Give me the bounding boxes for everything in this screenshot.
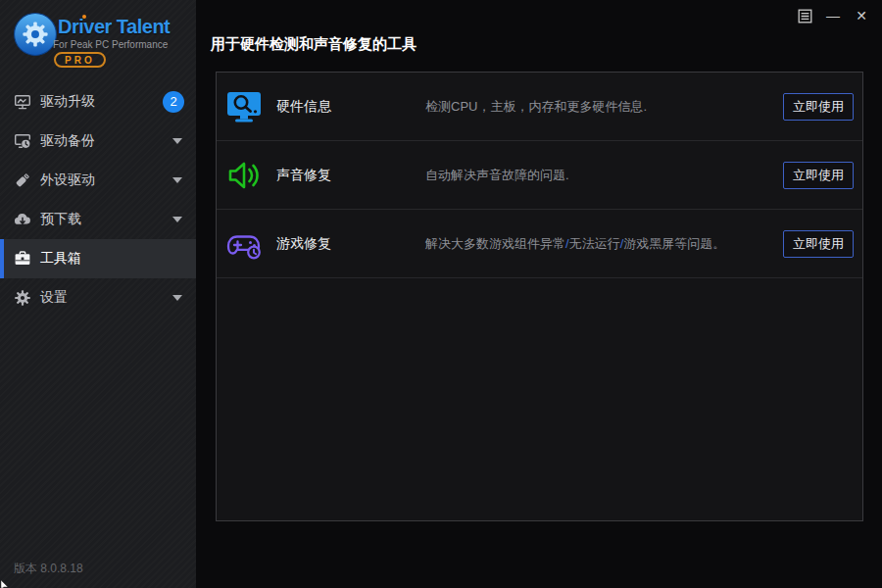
minimize-icon: — [826, 8, 840, 24]
menu-button[interactable] [797, 8, 812, 24]
tool-name: 硬件信息 [276, 98, 425, 116]
sidebar-item-settings[interactable]: 设置 [0, 278, 196, 318]
sidebar-item-label: 工具箱 [40, 250, 81, 268]
usb-drive-icon [14, 172, 31, 189]
tools-panel: 硬件信息 检测CPU，主板，内存和更多硬件信息. 立即使用 声音修复 自动解决声… [216, 72, 863, 521]
caret-down-icon [172, 138, 182, 144]
tool-row-sound-repair: 声音修复 自动解决声音故障的问题. 立即使用 [217, 141, 862, 210]
sidebar-item-driver-update[interactable]: 驱动升级 2 [0, 82, 196, 122]
caret-down-icon [172, 295, 182, 301]
sidebar-item-driver-backup[interactable]: 驱动备份 [0, 122, 196, 161]
monitor-clock-icon [14, 132, 31, 150]
minimize-button[interactable]: — [825, 8, 841, 24]
sidebar-item-label: 驱动升级 [40, 93, 95, 111]
caret-down-icon [172, 217, 182, 222]
logo-i-dot [82, 15, 86, 19]
sound-repair-icon [224, 156, 264, 195]
sidebar-item-label: 设置 [40, 289, 68, 307]
gear-icon [14, 289, 31, 307]
mouse-cursor [0, 578, 10, 588]
sidebar-item-label: 预下载 [40, 211, 81, 228]
tool-name: 声音修复 [276, 167, 425, 184]
cloud-download-icon [14, 211, 31, 228]
game-repair-icon [224, 224, 264, 264]
logo-gear-icon [13, 12, 58, 57]
tool-row-hardware-info: 硬件信息 检测CPU，主板，内存和更多硬件信息. 立即使用 [217, 73, 862, 141]
description-segment: 无法运行 [569, 236, 620, 251]
sidebar-item-label: 驱动备份 [40, 132, 95, 150]
tool-description: 自动解决声音故障的问题. [425, 167, 783, 184]
close-icon: ✕ [856, 8, 867, 24]
description-segment: 游戏黑屏等问题。 [623, 236, 725, 251]
sidebar-item-label: 外设驱动 [40, 172, 95, 189]
version-label: 版本 8.0.8.18 [14, 561, 83, 577]
tool-description: 解决大多数游戏组件异常/无法运行/游戏黑屏等问题。 [425, 235, 783, 253]
logo-tagline: For Peak PC Performance [53, 39, 168, 50]
toolbox-icon [14, 250, 31, 268]
use-now-button-hardware-info[interactable]: 立即使用 [783, 93, 854, 121]
titlebar-controls: — ✕ [797, 8, 869, 24]
update-count-badge: 2 [163, 91, 184, 113]
sidebar-item-peripheral-drivers[interactable]: 外设驱动 [0, 161, 196, 200]
description-segment: 解决大多数游戏组件异常 [425, 236, 565, 251]
caret-down-icon [172, 177, 182, 183]
app-logo: Driver Talent For Peak PC Performance PR… [0, 0, 196, 82]
use-now-button-sound-repair[interactable]: 立即使用 [783, 162, 854, 189]
pro-badge: PRO [54, 52, 106, 68]
hardware-info-icon [224, 87, 264, 126]
sidebar: Driver Talent For Peak PC Performance PR… [0, 0, 196, 588]
window-menu-icon [798, 9, 812, 24]
use-now-button-game-repair[interactable]: 立即使用 [783, 230, 854, 258]
monitor-pulse-icon [14, 93, 31, 111]
sidebar-nav: 驱动升级 2 驱动备份 [0, 82, 196, 318]
driver-talent-window: Driver Talent For Peak PC Performance PR… [0, 0, 882, 588]
page-title: 用于硬件检测和声音修复的工具 [211, 35, 416, 54]
close-button[interactable]: ✕ [854, 8, 869, 24]
tool-name: 游戏修复 [276, 235, 425, 253]
logo-title: Driver Talent [58, 16, 170, 38]
tool-row-game-repair: 游戏修复 解决大多数游戏组件异常/无法运行/游戏黑屏等问题。 立即使用 [217, 210, 862, 278]
sidebar-item-toolbox[interactable]: 工具箱 [0, 239, 196, 278]
tool-description: 检测CPU，主板，内存和更多硬件信息. [425, 98, 783, 116]
sidebar-item-predownload[interactable]: 预下载 [0, 200, 196, 239]
